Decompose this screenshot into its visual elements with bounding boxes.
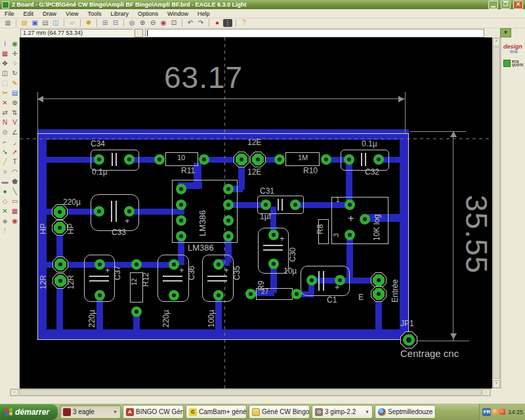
palette-tool-2[interactable]: ▦ [1, 49, 10, 58]
silk-label: 220µ [88, 310, 96, 327]
palette-tool-3[interactable]: ✛ [10, 49, 20, 58]
toolbar-icon-16[interactable]: ⊖ [148, 19, 158, 27]
toolbar-icon-17[interactable]: ◉ [159, 19, 168, 27]
palette-tool-29[interactable]: ⬟ [10, 177, 20, 186]
taskbar-button-1[interactable]: ABINGO CW Géné CW.... [123, 405, 184, 419]
taskbar-button-5[interactable]: Septmilledouze le for... [375, 405, 436, 419]
tray-icon-orange[interactable] [492, 409, 498, 415]
scroll-right-button[interactable]: › [482, 389, 490, 396]
menu-library[interactable]: Library [106, 10, 133, 17]
silk-label: 12E [247, 138, 261, 146]
maximize-button[interactable]: ❐ [501, 1, 511, 9]
palette-tool-11[interactable]: ▤ [10, 89, 20, 97]
menu-edit[interactable]: Edit [19, 10, 39, 17]
palette-tool-37[interactable]: ◉ [10, 217, 20, 225]
menu-draw[interactable]: Draw [38, 10, 61, 17]
menu-view[interactable]: View [61, 10, 83, 17]
language-indicator[interactable]: FR [482, 408, 491, 416]
palette-tool-16[interactable]: N [1, 118, 10, 127]
toolbar-icon-9[interactable]: ✱ [84, 19, 93, 27]
menu-window[interactable]: Window [163, 10, 193, 17]
taskbar-button-3[interactable]: Géné CW Bingo [249, 405, 310, 419]
tray-icon-red[interactable] [499, 409, 505, 415]
palette-tool-14[interactable]: ⇄ [1, 108, 10, 117]
toolbar-icon-26[interactable]: ? [240, 19, 249, 27]
palette-tool-12[interactable]: ✕ [1, 98, 10, 107]
palette-tool-21[interactable]: ◞ [10, 138, 20, 146]
palette-tool-26[interactable]: ○ [1, 167, 10, 176]
vertical-scrollbar[interactable]: ˄ ˅ [492, 37, 501, 388]
toolbar-icon-4[interactable]: ▤ [41, 19, 50, 27]
toolbar-icon-20[interactable]: ↶ [186, 19, 195, 27]
taskbar-button-4[interactable]: G3 gimp-2.2▼ [312, 405, 373, 419]
palette-tool-13[interactable]: ⊕ [10, 98, 20, 107]
toolbar-icon-21[interactable]: ↷ [196, 19, 205, 27]
pcb-quote-button[interactable]: PCBQUOTE [503, 60, 525, 67]
palette-tool-17[interactable]: V [10, 118, 20, 127]
scroll-down-button[interactable]: ˅ [493, 380, 500, 388]
palette-tool-32[interactable]: ◇ [1, 197, 10, 205]
command-input[interactable] [145, 29, 484, 37]
palette-tool-18[interactable]: ⊘ [1, 128, 10, 136]
toolbar-icon-18[interactable]: ⊡ [169, 19, 178, 27]
toolbar-icon-14[interactable]: ◎ [127, 19, 136, 27]
palette-tool-10[interactable]: ✂ [1, 89, 10, 97]
palette-tool-36[interactable]: ◈ [1, 217, 10, 225]
palette-tool-22[interactable]: ➘ [1, 148, 10, 156]
pcb-pad [373, 154, 384, 165]
palette-tool-5[interactable]: ⁘ [10, 59, 20, 68]
taskbar-button-0[interactable]: 3 eagle▼ [60, 405, 121, 419]
toolbar-icon-11[interactable]: ⊞ [100, 19, 110, 27]
toolbar-icon-7[interactable]: ▱ [68, 19, 77, 27]
palette-tool-30[interactable]: ● [1, 187, 10, 196]
palette-tool-15[interactable]: ⇅ [10, 108, 20, 117]
palette-tool-20[interactable]: ⌐ [1, 138, 10, 146]
start-button[interactable]: démarrer [0, 404, 58, 420]
command-dropdown-button[interactable]: ▼ [500, 28, 511, 37]
palette-tool-6[interactable]: ◫ [1, 69, 10, 77]
scroll-left-button[interactable]: ‹ [10, 389, 18, 396]
palette-tool-34[interactable]: ✕ [1, 207, 10, 215]
palette-tool-9[interactable]: ✎ [10, 79, 20, 87]
pcb-canvas[interactable]: 63.1735.55C340.1µ10R1112E12E1MR100.1µC32… [20, 37, 492, 388]
dimension-arrow [450, 333, 457, 339]
toolbar-icon-2[interactable]: ▨ [20, 19, 29, 27]
scroll-up-button[interactable]: ˄ [493, 38, 500, 46]
group-dropdown-icon[interactable]: ▼ [365, 410, 369, 414]
toolbar-icon-5[interactable]: ◫ [51, 19, 60, 27]
menu-tools[interactable]: Tools [83, 10, 106, 17]
palette-tool-35[interactable]: ▦ [10, 207, 20, 215]
toolbar-icon-24[interactable]: ⋮ [223, 19, 232, 27]
palette-tool-19[interactable]: ∠ [10, 128, 20, 136]
palette-tool-25[interactable]: T [10, 158, 20, 166]
group-dropdown-icon[interactable]: ▼ [113, 410, 117, 414]
toolbar-icon-23[interactable]: ● [213, 19, 222, 27]
palette-tool-24[interactable]: ╱ [1, 158, 10, 166]
palette-tool-4[interactable]: ✥ [1, 59, 10, 68]
palette-tool-1[interactable]: ◉ [10, 39, 20, 48]
taskbar-button-2[interactable]: CCamBam+ géné CW.... [186, 405, 247, 419]
vertical-scroll-thumb[interactable] [493, 47, 500, 379]
toolbar-icon-15[interactable]: ⊕ [138, 19, 147, 27]
palette-tool-7[interactable]: ↻ [10, 69, 20, 77]
menu-help[interactable]: Help [193, 10, 215, 17]
toolbar-icon-0[interactable]: ▦ [3, 19, 12, 27]
close-button[interactable]: ✕ [513, 1, 523, 9]
toolbar-icon-3[interactable]: ▣ [30, 19, 39, 27]
coordinate-toggle-button[interactable] [135, 29, 143, 37]
palette-tool-27[interactable]: ◠ [10, 167, 20, 176]
palette-tool-8[interactable]: ⬚ [1, 79, 10, 87]
silk-label: 12R [67, 275, 75, 289]
horizontal-scroll-thumb[interactable] [19, 389, 482, 396]
horizontal-scrollbar[interactable]: ‹ › [10, 388, 491, 396]
toolbar-icon-12[interactable]: ⊟ [111, 19, 120, 27]
minimize-button[interactable]: ▁ [488, 1, 498, 9]
palette-tool-28[interactable]: ▬ [1, 177, 10, 186]
palette-tool-33[interactable]: ▭ [10, 197, 20, 205]
palette-tool-38[interactable]: ! [1, 226, 10, 235]
palette-tool-23[interactable]: ➚ [10, 148, 20, 156]
menu-file[interactable]: File [0, 10, 19, 17]
palette-tool-0[interactable]: i [1, 39, 10, 48]
menu-options[interactable]: Options [133, 10, 163, 17]
palette-tool-31[interactable]: ╲ [10, 187, 20, 196]
